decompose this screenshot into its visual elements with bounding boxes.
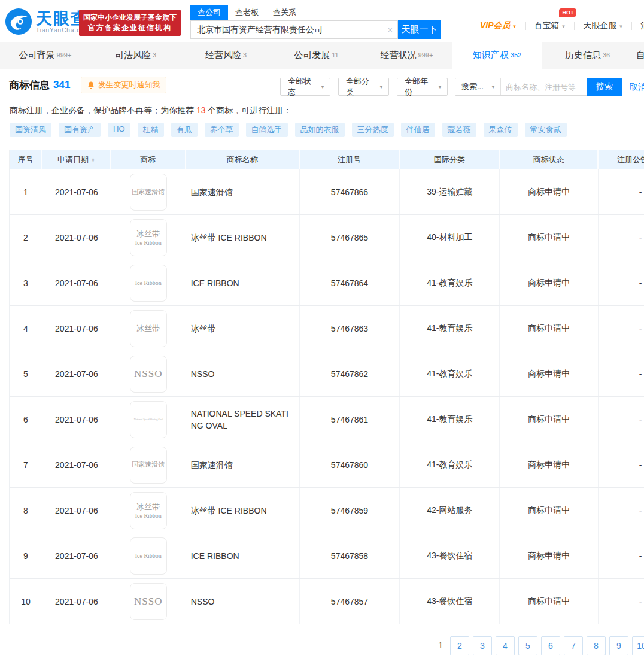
page-button[interactable]: 6 (541, 636, 560, 655)
trademark-image[interactable]: 冰丝带 (130, 310, 167, 347)
trademark-tag[interactable]: 伴仙居 (401, 123, 435, 137)
table-row: 62021-07-06National Speed Skating OvalNA… (10, 397, 644, 442)
promo-count: 13 (196, 105, 206, 115)
trademark-search-input[interactable] (501, 78, 587, 95)
trademark-tag[interactable]: HO (108, 123, 130, 137)
cell-trademark-name[interactable]: 冰丝带 ICE RIBBON (186, 215, 300, 260)
cell-international-class: 43-餐饮住宿 (400, 533, 500, 578)
search-submit-button[interactable]: 天眼一下 (398, 20, 441, 39)
table-row: 52021-07-06NSSONSSO5746786241-教育娱乐商标申请中- (10, 351, 644, 397)
sort-icon[interactable]: ▲▼ (91, 157, 95, 162)
cell-registration-number: 57467863 (300, 306, 400, 351)
trademark-search-button[interactable]: 搜索 (587, 78, 622, 96)
search-tab-boss[interactable]: 查老板 (228, 5, 266, 20)
trademark-tag[interactable]: 三分热度 (352, 123, 394, 137)
cell-publication-date: - (599, 533, 644, 578)
page-button[interactable]: 8 (587, 636, 606, 655)
cell-trademark-name[interactable]: NSSO (186, 579, 300, 624)
company-nav-tabs: 公司背景999+司法风险3经营风险3公司发展11经营状况999+知识产权352历… (0, 42, 644, 69)
notify-change-button[interactable]: 发生变更时通知我 (81, 77, 166, 93)
nav-tab-7[interactable]: 自 (633, 42, 644, 69)
page-button[interactable]: 2 (450, 636, 469, 655)
trademark-image[interactable]: NSSO (130, 356, 167, 393)
trademark-image[interactable]: Ice Ribbon (130, 537, 167, 575)
cell-trademark-name[interactable]: 国家速滑馆 (186, 169, 300, 214)
nav-tab-0[interactable]: 公司背景999+ (0, 42, 90, 69)
cancel-link[interactable]: 取消 (630, 82, 644, 93)
trademark-tag[interactable]: 常安食贰 (525, 123, 567, 137)
filter-year-dropdown[interactable]: 全部年份 ▼ (397, 78, 448, 96)
cell-trademark-name[interactable]: 冰丝带 ICE RIBBON (186, 488, 300, 533)
trademark-image[interactable]: NSSO (130, 583, 167, 620)
trademark-image[interactable]: 冰丝带Ice Ribbon (130, 219, 167, 256)
table-row: 92021-07-06Ice RibbonICE RIBBON574678584… (10, 533, 644, 579)
cell-international-class: 41-教育娱乐 (400, 306, 500, 351)
cell-index: 6 (10, 397, 42, 442)
search-tab-company[interactable]: 查公司 (190, 5, 228, 20)
trademark-image[interactable]: 冰丝带Ice Ribbon (130, 492, 167, 529)
filter-status-dropdown[interactable]: 全部状态 ▼ (280, 78, 330, 96)
cell-publication-date: - (599, 488, 644, 533)
nav-tab-1[interactable]: 司法风险3 (90, 42, 181, 69)
menu-item-0[interactable]: VIP会员▼ (472, 20, 525, 31)
trademark-image[interactable]: Ice Ribbon (130, 265, 167, 302)
recommended-trademark-tags: 国资清风国有资产HO杠精有瓜养个草自鸽选手品如的衣服三分热度伴仙居蔻若薇果森传常… (10, 123, 567, 137)
col-header-date[interactable]: 申请日期 ▲▼ (42, 150, 111, 169)
nav-tab-6[interactable]: 历史信息36 (542, 42, 633, 69)
search-type-dropdown[interactable]: 搜索... ▼ (455, 78, 501, 95)
nav-tab-3[interactable]: 公司发展11 (271, 42, 362, 69)
cell-registration-number: 57467859 (300, 488, 400, 533)
nav-tab-4[interactable]: 经营状况999+ (362, 42, 452, 69)
trademark-tag[interactable]: 自鸽选手 (246, 123, 288, 137)
col-header-pubdate: 注册公告日期 (599, 150, 644, 169)
cell-registration-number: 57467866 (300, 169, 400, 214)
tianyancha-logo[interactable]: 天眼查 TianYanCha.com (5, 8, 90, 35)
page-button[interactable]: 10 (632, 636, 644, 655)
page-button[interactable]: 3 (473, 636, 492, 655)
cell-trademark-name[interactable]: ICE RIBBON (186, 533, 300, 578)
trademark-tag[interactable]: 养个草 (205, 123, 239, 137)
clear-input-icon[interactable]: × (388, 25, 393, 35)
cell-trademark-image: National Speed Skating Oval (111, 397, 186, 442)
cell-trademark-name[interactable]: NSSO (186, 351, 300, 396)
trademark-tag[interactable]: 蔻若薇 (442, 123, 476, 137)
page-button[interactable]: 9 (609, 636, 628, 655)
cell-index: 1 (10, 169, 42, 214)
cell-index: 9 (10, 533, 42, 578)
cell-registration-number: 57467860 (300, 442, 400, 487)
menu-item-2[interactable]: 天眼企服▼ (575, 20, 631, 31)
trademark-image[interactable]: 国家速滑馆 (130, 447, 167, 484)
page-button[interactable]: 5 (518, 636, 537, 655)
filter-class-dropdown[interactable]: 全部分类 ▼ (338, 78, 389, 96)
trademark-tag[interactable]: 有瓜 (171, 123, 198, 137)
search-tab-relation[interactable]: 查关系 (266, 5, 303, 20)
table-row: 72021-07-06国家速滑馆国家速滑馆5746786041-教育娱乐商标申请… (10, 442, 644, 488)
company-search-input[interactable] (191, 21, 397, 38)
cell-trademark-name[interactable]: NATIONAL SPEED SKATING OVAL (186, 397, 300, 442)
cell-index: 7 (10, 442, 42, 487)
nav-tab-5[interactable]: 知识产权352 (452, 42, 542, 69)
table-header-row: 序号 申请日期 ▲▼ 商标 商标名称 注册号 国际分类 商标状态 注册公告日期 (10, 150, 644, 169)
trademark-tag[interactable]: 国有资产 (59, 123, 101, 137)
chevron-down-icon: ▼ (379, 84, 384, 90)
page-button[interactable]: 7 (564, 636, 583, 655)
cell-trademark-name[interactable]: 冰丝带 (186, 306, 300, 351)
bell-icon (87, 81, 95, 89)
cell-apply-date: 2021-07-06 (42, 397, 111, 442)
cell-trademark-name[interactable]: 国家速滑馆 (186, 442, 300, 487)
nav-tab-2[interactable]: 经营风险3 (181, 42, 271, 69)
trademark-tag[interactable]: 果森传 (484, 123, 518, 137)
trademark-tag[interactable]: 品如的衣服 (295, 123, 345, 137)
trademark-image[interactable]: 国家速滑馆 (130, 174, 167, 211)
cell-index: 10 (10, 579, 42, 624)
menu-item-3[interactable]: 消息 (632, 20, 644, 31)
page-button[interactable]: 4 (496, 636, 515, 655)
menu-item-1[interactable]: 百宝箱▼HOT (526, 20, 575, 31)
trademark-tag[interactable]: 杠精 (138, 123, 164, 137)
trademark-image[interactable]: National Speed Skating Oval (130, 401, 167, 438)
cell-international-class: 41-教育娱乐 (400, 397, 500, 442)
cell-publication-date: - (599, 260, 644, 305)
cell-trademark-name[interactable]: ICE RIBBON (186, 260, 300, 305)
cell-trademark-status: 商标申请中 (500, 488, 599, 533)
trademark-tag[interactable]: 国资清风 (10, 123, 51, 137)
